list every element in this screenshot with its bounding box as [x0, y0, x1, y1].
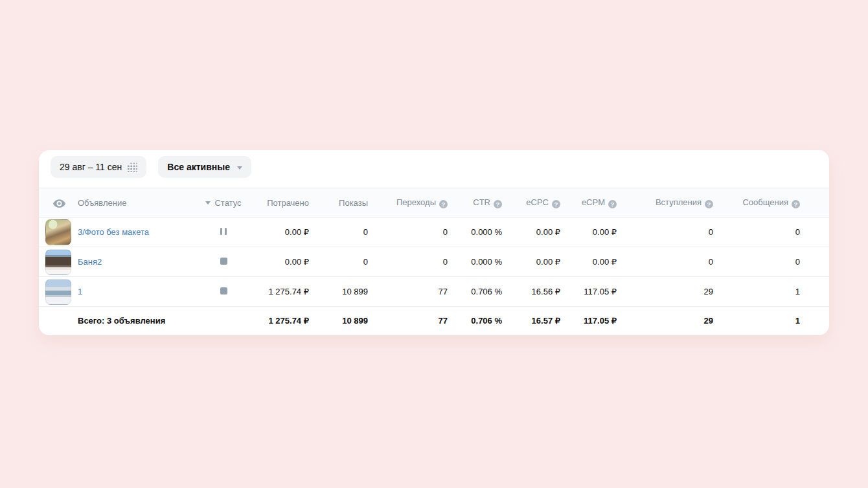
column-header-name[interactable]: Объявление	[78, 188, 201, 217]
help-icon[interactable]: ?	[439, 200, 448, 208]
total-spent: 1 275.74 ₽	[246, 307, 309, 335]
ad-thumbnail[interactable]	[45, 279, 71, 305]
cell-shows: 0	[309, 247, 368, 277]
cell-joins: 0	[617, 217, 713, 247]
status-paused-icon	[220, 227, 227, 237]
cell-ctr: 0.706 %	[448, 277, 502, 307]
cell-ecpm: 0.00 ₽	[560, 217, 617, 247]
cell-clicks: 0	[368, 247, 448, 277]
sort-desc-icon	[205, 201, 211, 205]
ad-thumbnail[interactable]	[45, 219, 71, 245]
filter-dropdown[interactable]: Все активные	[158, 156, 251, 178]
calendar-grid-icon	[128, 162, 137, 173]
column-header-joins[interactable]: Вступления?	[617, 188, 713, 217]
page-background: { "toolbar": { "date_range_label": "29 а…	[0, 0, 868, 488]
cell-ecpm: 117.05 ₽	[560, 277, 617, 307]
cell-ctr: 0.000 %	[448, 217, 502, 247]
cell-spent: 1 275.74 ₽	[246, 277, 309, 307]
column-header-ecpm[interactable]: eCPM?	[560, 188, 617, 217]
date-range-label: 29 авг – 11 сен	[60, 162, 122, 172]
cell-messages: 0	[713, 247, 829, 277]
ad-name-link[interactable]: 1	[78, 287, 82, 296]
cell-ecpm: 0.00 ₽	[560, 247, 617, 277]
cell-ctr: 0.000 %	[448, 247, 502, 277]
total-shows: 10 899	[309, 307, 368, 335]
table-row: 3/Фото без макета 0.00 ₽ 0 0 0.000 % 0.0…	[39, 217, 829, 247]
totals-label: Всего: 3 объявления	[78, 307, 201, 335]
cell-ecpc: 16.56 ₽	[502, 277, 560, 307]
column-header-messages[interactable]: Сообщения?	[713, 188, 829, 217]
total-ecpc: 16.57 ₽	[502, 307, 560, 335]
total-joins: 29	[617, 307, 713, 335]
date-range-button[interactable]: 29 авг – 11 сен	[51, 156, 146, 178]
column-header-ctr[interactable]: CTR?	[448, 188, 502, 217]
column-header-shows[interactable]: Показы	[309, 188, 368, 217]
visibility-column-header[interactable]	[39, 188, 78, 217]
table-row: Баня2 0.00 ₽ 0 0 0.000 % 0.00 ₽ 0.00 ₽ 0…	[39, 247, 829, 277]
status-stopped-icon	[220, 287, 227, 296]
ad-thumbnail[interactable]	[45, 249, 71, 275]
column-header-ecpc[interactable]: eCPC?	[502, 188, 560, 217]
cell-ecpc: 0.00 ₽	[502, 217, 560, 247]
help-icon[interactable]: ?	[792, 200, 800, 208]
cell-messages: 0	[713, 217, 829, 247]
cell-joins: 0	[617, 247, 713, 277]
table-row: 1 1 275.74 ₽ 10 899 77 0.706 % 16.56 ₽ 1…	[39, 277, 829, 307]
table-header-row: Объявление Статус Потрачено Показы Перех…	[39, 188, 829, 217]
cell-ecpc: 0.00 ₽	[502, 247, 560, 277]
ads-table: Объявление Статус Потрачено Показы Перех…	[39, 188, 829, 335]
column-header-status[interactable]: Статус	[201, 188, 246, 217]
cell-clicks: 77	[368, 277, 448, 307]
column-header-spent[interactable]: Потрачено	[246, 188, 309, 217]
help-icon[interactable]: ?	[494, 200, 502, 208]
cell-shows: 10 899	[309, 277, 368, 307]
ads-table-card: 29 авг – 11 сен Все активные	[39, 150, 829, 335]
total-ctr: 0.706 %	[448, 307, 502, 335]
cell-spent: 0.00 ₽	[246, 247, 309, 277]
cell-shows: 0	[309, 217, 368, 247]
ad-name-link[interactable]: 3/Фото без макета	[78, 227, 149, 237]
total-messages: 1	[713, 307, 829, 335]
cell-messages: 1	[713, 277, 829, 307]
cell-clicks: 0	[368, 217, 448, 247]
column-header-clicks[interactable]: Переходы?	[368, 188, 448, 217]
toolbar: 29 авг – 11 сен Все активные	[39, 150, 829, 188]
chevron-down-icon	[237, 166, 242, 170]
eye-icon	[53, 197, 65, 207]
status-stopped-icon	[220, 257, 227, 267]
cell-joins: 29	[617, 277, 713, 307]
table-footer-row: Всего: 3 объявления 1 275.74 ₽ 10 899 77…	[39, 307, 829, 335]
help-icon[interactable]: ?	[552, 200, 560, 208]
help-icon[interactable]: ?	[608, 200, 617, 208]
total-ecpm: 117.05 ₽	[560, 307, 617, 335]
ad-name-link[interactable]: Баня2	[78, 257, 102, 267]
filter-label: Все активные	[167, 162, 230, 172]
total-clicks: 77	[368, 307, 448, 335]
cell-spent: 0.00 ₽	[246, 217, 309, 247]
help-icon[interactable]: ?	[705, 200, 713, 208]
